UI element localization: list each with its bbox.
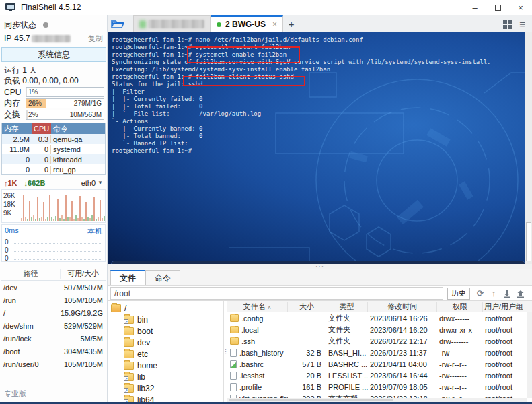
terminal[interactable]: root@cheerful-fan-1:~# nano /etc/fail2ba… <box>108 32 532 264</box>
terminal-line: root@cheerful-fan-1:~# <box>112 147 491 155</box>
disk-row[interactable]: /run/lock 5M/5M <box>1 332 106 345</box>
terminal-line: root@cheerful-fan-1:~# systemctl enable … <box>112 51 491 59</box>
process-header-cpu[interactable]: CPU <box>32 123 51 134</box>
memory-meter: 26% 279M/1G <box>26 98 104 108</box>
header-mtime[interactable]: 修改时间 <box>368 302 437 312</box>
disk-row[interactable]: /dev/shm 529M/529M <box>1 319 106 332</box>
session-tab-censored[interactable] <box>133 15 211 32</box>
symlink-arrow-icon: ↗ <box>124 388 128 393</box>
path-history-button[interactable]: 历史 <box>447 288 470 300</box>
interface-select[interactable]: eth0 ▼ <box>81 179 103 187</box>
open-connection-button[interactable] <box>108 15 128 32</box>
file-row[interactable]: .ssh 文件夹 2026/01/22 12:17 drw------- roo… <box>227 335 532 347</box>
folder-icon: ↗ <box>124 327 134 335</box>
tab-status-dot-censored <box>139 20 146 28</box>
memory-label: 内存 <box>4 98 26 109</box>
tab-commands[interactable]: 命令 <box>145 270 180 285</box>
file-list-vscrollbar[interactable] <box>527 312 532 398</box>
process-row[interactable]: 0 0 kthreadd <box>2 154 105 164</box>
disk-header-size[interactable]: 可用/大小 <box>61 269 106 279</box>
header-filename[interactable]: 文件名∧ <box>227 302 288 312</box>
process-row[interactable]: 0 0 rcu_gp <box>2 164 105 174</box>
swap-label: 交换 <box>4 109 26 121</box>
folder-icon: ↗ <box>124 339 134 347</box>
tree-item[interactable]: ↗ lib <box>108 371 223 382</box>
terminal-line: root@cheerful-fan-1:~# systemctl restart… <box>112 44 491 51</box>
file-row[interactable]: .bashrc 571 B BASHRC ... 2021/04/11 04:0… <box>227 358 532 370</box>
refresh-icon[interactable]: ⟳ <box>474 288 486 300</box>
file-row[interactable]: .local 文件夹 2023/06/14 16:20 drwxr-xr-x r… <box>227 324 532 335</box>
tree-item[interactable]: ↗ etc <box>108 348 223 360</box>
disk-row[interactable]: /run 105M/105M <box>1 294 106 306</box>
file-type-icon <box>230 326 239 333</box>
header-type[interactable]: 类型 <box>326 302 368 312</box>
minimize-button[interactable]: – <box>463 0 486 15</box>
tree-item-root[interactable]: / <box>108 302 223 314</box>
tab-status-dot-icon <box>217 22 221 27</box>
sort-asc-icon: ∧ <box>268 304 272 310</box>
tab-close-icon[interactable]: × <box>272 20 277 29</box>
file-row[interactable]: .lesshst 20 B LESSHST ... 2023/06/14 16:… <box>227 370 532 381</box>
file-row[interactable]: .bash_history 32 B BASH_HI... 2026/01/23… <box>227 347 532 358</box>
cpu-meter: 1% <box>26 87 104 97</box>
new-tab-button[interactable]: + <box>283 15 299 32</box>
maximize-button[interactable] <box>486 0 509 15</box>
file-list-hscrollbar[interactable] <box>227 398 527 402</box>
terminal-scrollbar[interactable] <box>525 32 532 264</box>
file-row[interactable]: .profile 161 B PROFILE ... 2019/07/09 18… <box>227 381 532 393</box>
download-icon[interactable] <box>501 288 513 300</box>
file-type-icon <box>230 360 237 368</box>
file-type-icon <box>230 337 239 345</box>
tab-files[interactable]: 文件 <box>110 270 145 285</box>
terminal-line: |- Currently banned: 0 <box>112 125 491 133</box>
load-text: 负载 0.00, 0.00, 0.00 <box>1 75 106 86</box>
terminal-scrollbar-thumb[interactable] <box>526 222 531 261</box>
session-tab-active[interactable]: 2 BWG-US × <box>211 15 283 32</box>
file-panel-content: / ↗ bin ↗ boot ↗ dev ↗ etc <box>108 301 532 402</box>
system-info-button[interactable]: 系统信息 <box>1 47 106 62</box>
path-input[interactable]: /root <box>110 287 443 300</box>
disk-row[interactable]: /boot 304M/435M <box>1 345 106 358</box>
symlink-arrow-icon: ↗ <box>124 399 128 403</box>
annotation-box-restart-enable <box>187 46 300 63</box>
disk-row[interactable]: /run/user/0 105M/105M <box>1 358 106 370</box>
menu-icon[interactable]: ≡ <box>519 21 525 28</box>
header-owner[interactable]: 用户/用户组 <box>483 302 525 312</box>
terminal-line: root@cheerful-fan-1:~# nano /etc/fail2ba… <box>112 36 491 44</box>
file-row[interactable]: .config 文件夹 2023/06/14 16:26 drwx------ … <box>227 312 532 324</box>
disk-row[interactable]: /dev 507M/507M <box>1 281 106 294</box>
process-header-mem[interactable]: 内存 <box>2 124 32 134</box>
terminal-line: `- Actions <box>112 118 491 125</box>
close-button[interactable]: × <box>509 0 532 15</box>
tree-item[interactable]: ↗ bin <box>108 314 223 325</box>
tree-item[interactable]: ↗ lib64 <box>108 394 223 402</box>
terminal-line: | `- File list: /var/log/auth.log <box>112 110 491 118</box>
parent-directory-icon[interactable]: ↑ <box>488 288 500 300</box>
folder-icon: ↗ <box>124 396 134 403</box>
layout-grid-icon[interactable] <box>503 20 512 29</box>
title-bar: FinalShell 4.5.12 – × <box>0 0 532 15</box>
network-graph-bars <box>21 191 106 221</box>
header-size[interactable]: 大小 <box>288 302 326 312</box>
ip-censored-block <box>32 35 71 42</box>
upload-icon[interactable] <box>515 288 527 300</box>
tree-item[interactable]: ↗ dev <box>108 337 223 348</box>
copy-ip-button[interactable]: 复制 <box>88 34 103 44</box>
session-tab-bar: 2 BWG-US × + ≡ <box>108 15 532 32</box>
file-list-header: 文件名∧ 大小 类型 修改时间 权限 用户/用户组 <box>227 301 532 312</box>
app-logo-icon <box>5 3 15 12</box>
disk-row[interactable]: / 15.9G/19.2G <box>1 306 106 319</box>
header-permissions[interactable]: 权限 <box>437 302 483 312</box>
cpu-meter-fill <box>26 88 27 96</box>
tree-item[interactable]: ↗ boot <box>108 325 223 337</box>
process-row[interactable]: 2.5M 0.3 qemu-ga <box>2 134 105 144</box>
process-row[interactable]: 11.8M 0 systemd <box>2 144 105 154</box>
disk-header-path[interactable]: 路径 <box>1 269 61 279</box>
tree-item[interactable]: ↗ home <box>108 360 223 371</box>
process-header-cmd[interactable]: 命令 <box>51 124 105 134</box>
tree-item[interactable]: ↗ lib32 <box>108 382 223 394</box>
tab-censored-block <box>148 20 204 28</box>
folder-icon: ↗ <box>124 373 134 381</box>
network-graph: 26K 18K 9K <box>1 189 106 223</box>
panel-splitter[interactable]: ··· <box>108 264 532 269</box>
